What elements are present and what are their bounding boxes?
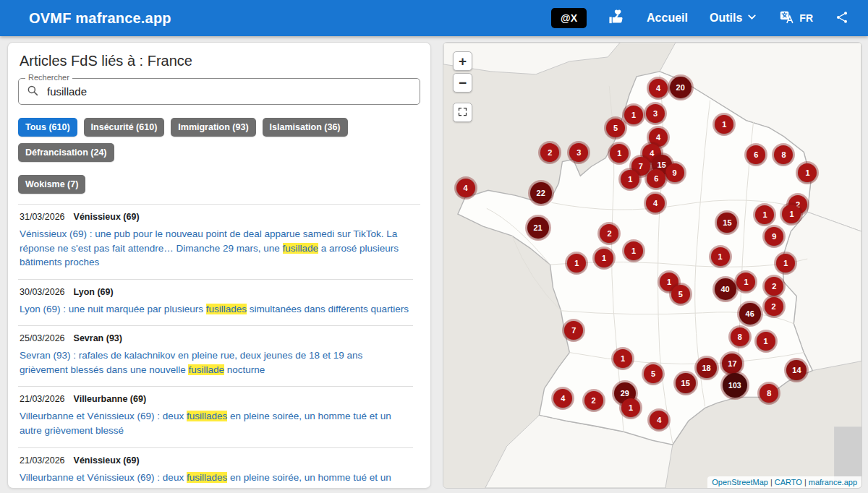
search-input[interactable] — [46, 85, 412, 98]
top-navbar: OVMF mafrance.app @X Accueil Outils — [0, 0, 868, 36]
article-header: 31/03/2026Vénissieux (69) — [20, 212, 410, 222]
language-selector[interactable]: FR — [780, 9, 813, 27]
page-content: Articles FdS liés à : France Rechercher … — [0, 36, 868, 493]
article-item[interactable]: 21/03/2026Villeurbanne (69)Villeurbanne … — [18, 387, 413, 447]
map-cluster-marker[interactable]: 15 — [717, 213, 737, 233]
map-cluster-marker[interactable]: 3 — [646, 104, 665, 123]
map-cluster-marker[interactable]: 1 — [621, 398, 640, 417]
x-social-button[interactable]: @X — [551, 8, 587, 28]
map-cluster-marker[interactable]: 1 — [595, 249, 613, 267]
map-cluster-marker[interactable]: 1 — [776, 254, 795, 273]
map-cluster-marker[interactable]: 1 — [757, 332, 775, 351]
article-place: Sevran (93) — [74, 333, 122, 343]
share-button[interactable] — [835, 10, 849, 27]
map-cluster-marker[interactable]: 15 — [676, 373, 696, 393]
map-cluster-marker[interactable]: 14 — [786, 360, 807, 380]
donate-button[interactable] — [608, 9, 625, 27]
article-item[interactable]: 21/03/2026Vénissieux (69)Villeurbanne et… — [18, 448, 413, 487]
map-cluster-marker[interactable]: 1 — [736, 273, 755, 291]
filter-chip[interactable]: Wokisme (7) — [18, 175, 85, 194]
map-cluster-marker[interactable]: 21 — [527, 217, 549, 239]
highlighted-keyword: fusillade — [283, 243, 319, 254]
map-cluster-marker[interactable]: 2 — [600, 224, 618, 243]
map-cluster-marker[interactable]: 1 — [755, 205, 774, 224]
brand-title[interactable]: OVMF mafrance.app — [29, 10, 171, 27]
filter-chip[interactable]: Tous (610) — [18, 118, 77, 137]
article-item[interactable]: 30/03/2026Lyon (69)Lyon (69) : une nuit … — [18, 280, 413, 327]
map-cluster-marker[interactable]: 46 — [739, 303, 761, 325]
map-cluster-marker[interactable]: 9 — [765, 227, 783, 246]
map-cluster-marker[interactable]: 8 — [774, 145, 793, 164]
map-cluster-marker[interactable]: 4 — [646, 194, 665, 213]
article-place: Vénissieux (69) — [74, 455, 140, 466]
map-cluster-marker[interactable]: 3 — [569, 143, 588, 162]
map-cluster-marker[interactable]: 2 — [540, 143, 559, 162]
nav-tools-label: Outils — [710, 12, 742, 25]
filter-chip[interactable]: Défrancisation (24) — [18, 143, 114, 162]
map-cluster-marker[interactable]: 5 — [671, 285, 690, 304]
map-attribution: OpenStreetMap|CARTO|mafrance.app — [707, 476, 861, 488]
filter-chip[interactable]: Immigration (93) — [171, 118, 255, 137]
map-cluster-marker[interactable]: 1 — [782, 205, 801, 223]
map-cluster-marker[interactable]: 40 — [715, 278, 736, 300]
filter-chip[interactable]: Islamisation (36) — [263, 118, 348, 137]
map-cluster-marker[interactable]: 5 — [644, 364, 663, 383]
map-cluster-marker[interactable]: 1 — [613, 349, 632, 368]
map-cluster-marker[interactable]: 18 — [697, 358, 717, 378]
highlighted-keyword: fusillades — [187, 411, 227, 421]
map-cluster-marker[interactable]: 1 — [711, 247, 730, 266]
map-cluster-marker[interactable]: 9 — [665, 163, 684, 182]
map-cluster-marker[interactable]: 2 — [765, 277, 783, 296]
map-cluster-marker[interactable]: 4 — [553, 389, 572, 408]
map-cluster-marker[interactable]: 4 — [456, 179, 475, 197]
article-header: 25/03/2026Sevran (93) — [20, 333, 410, 343]
map-cluster-marker[interactable]: 103 — [723, 373, 747, 398]
highlighted-keyword: fusillade — [188, 364, 224, 375]
article-item[interactable]: 31/03/2026Vénissieux (69)Vénissieux (69)… — [18, 205, 413, 280]
map-cluster-marker[interactable]: 6 — [647, 169, 665, 188]
map-cluster-marker[interactable]: 1 — [621, 170, 639, 189]
search-field: Rechercher — [18, 78, 420, 105]
map-cluster-marker[interactable]: 1 — [624, 241, 643, 260]
language-code: FR — [799, 12, 813, 24]
share-icon — [835, 10, 849, 27]
article-date: 30/03/2026 — [20, 287, 65, 297]
marker-layer: 4201351423146815791164224211211529111111… — [443, 43, 861, 488]
article-place: Villeurbanne (69) — [74, 394, 147, 404]
map-cluster-marker[interactable]: 1 — [715, 115, 733, 134]
map-cluster-marker[interactable]: 2 — [765, 297, 783, 316]
map-panel: 4201351423146815791164224211211529111111… — [443, 42, 862, 489]
nav-tools-menu[interactable]: Outils — [710, 11, 758, 26]
map-cluster-marker[interactable]: 1 — [610, 144, 629, 163]
nav-home-link[interactable]: Accueil — [647, 12, 688, 25]
map-cluster-marker[interactable]: 2 — [584, 391, 603, 410]
fullscreen-button[interactable] — [453, 103, 472, 122]
attribution-mafrance-link[interactable]: mafrance.app — [809, 478, 857, 486]
map-cluster-marker[interactable]: 1 — [624, 106, 643, 124]
map-cluster-marker[interactable]: 22 — [530, 182, 552, 204]
attribution-osm-link[interactable]: OpenStreetMap — [712, 478, 768, 486]
map-cluster-marker[interactable]: 8 — [731, 327, 749, 346]
map-cluster-marker[interactable]: 4 — [650, 411, 668, 429]
map-cluster-marker[interactable]: 6 — [746, 145, 765, 164]
article-date: 21/03/2026 — [20, 455, 65, 466]
article-item[interactable]: 25/03/2026Sevran (93)Sevran (93) : rafal… — [18, 326, 413, 387]
attribution-carto-link[interactable]: CARTO — [775, 478, 802, 486]
article-text: Lyon (69) : une nuit marquée par plusieu… — [20, 302, 410, 317]
map-cluster-marker[interactable]: 20 — [670, 77, 692, 98]
map-cluster-marker[interactable]: 8 — [760, 384, 778, 403]
map-cluster-marker[interactable]: 5 — [606, 119, 625, 137]
article-text: Sevran (93) : rafales de kalachnikov en … — [20, 348, 410, 377]
map-cluster-marker[interactable]: 4 — [649, 79, 668, 98]
map-cluster-marker[interactable]: 1 — [798, 163, 817, 182]
filter-chip[interactable]: Insécurité (610) — [84, 118, 165, 137]
map-cluster-marker[interactable]: 7 — [564, 321, 583, 340]
article-list[interactable]: 31/03/2026Vénissieux (69)Vénissieux (69)… — [18, 204, 420, 486]
map-cluster-marker[interactable]: 17 — [722, 353, 742, 374]
highlighted-keyword: fusillades — [187, 472, 227, 483]
map-cluster-marker[interactable]: 1 — [567, 254, 586, 273]
zoom-in-button[interactable]: + — [453, 51, 472, 71]
chevron-down-icon — [746, 11, 758, 26]
article-place: Vénissieux (69) — [74, 212, 140, 222]
zoom-out-button[interactable]: − — [453, 73, 472, 93]
